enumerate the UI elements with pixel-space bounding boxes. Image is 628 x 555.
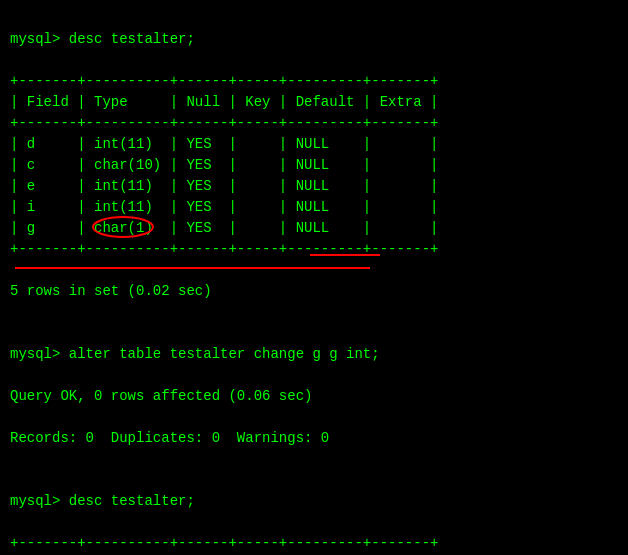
result-1: 5 rows in set (0.02 sec): [10, 283, 212, 299]
terminal: mysql> desc testalter; +-------+--------…: [10, 8, 618, 555]
command-2: mysql> alter table testalter change g g …: [10, 346, 380, 362]
separator-top-1: +-------+----------+------+-----+-------…: [10, 73, 438, 257]
records: Records: 0 Duplicates: 0 Warnings: 0: [10, 430, 329, 446]
command-1: mysql> desc testalter;: [10, 31, 195, 47]
command-3: mysql> desc testalter;: [10, 493, 195, 509]
svg-point-0: [93, 217, 153, 237]
query-ok: Query OK, 0 rows affected (0.06 sec): [10, 388, 312, 404]
table-2: +-------+----------+------+-----+-------…: [10, 535, 438, 555]
